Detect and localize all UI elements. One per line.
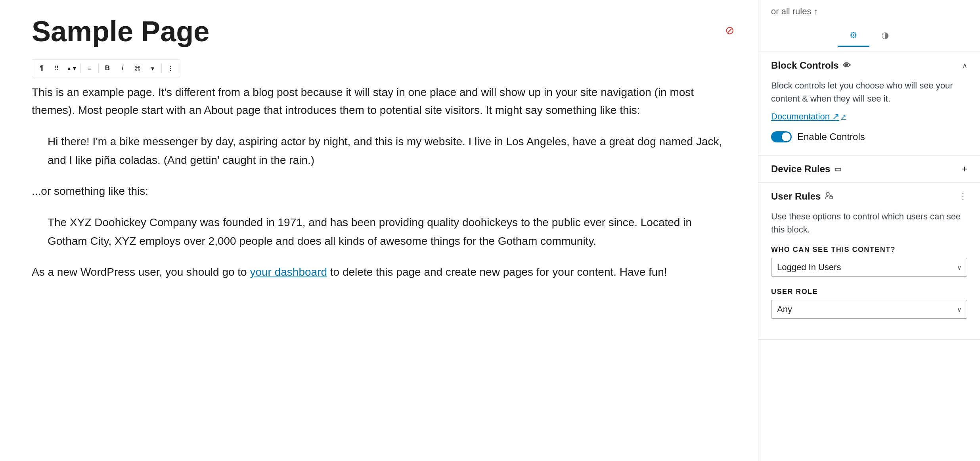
sidebar-tab-bar: ⚙ ◑ <box>758 20 980 52</box>
collapse-chevron-icon[interactable]: ∧ <box>962 61 967 70</box>
eye-slash-icon: 👁 <box>843 61 851 70</box>
user-rules-body: Use these options to control which users… <box>758 210 980 339</box>
gear-icon: ⚙ <box>850 30 858 40</box>
enable-controls-toggle[interactable] <box>771 131 792 142</box>
svg-rect-1 <box>830 196 833 199</box>
device-rules-header[interactable]: Device Rules ▭ + <box>758 156 980 182</box>
align-icon: ≡ <box>88 65 91 72</box>
user-role-select[interactable]: Any Administrator Editor Author Subscrib… <box>771 300 967 319</box>
user-rules-header: User Rules ⋮ <box>758 183 980 210</box>
block-controls-title-row: Block Controls 👁 <box>771 60 851 71</box>
align-button[interactable]: ≡ <box>82 61 97 75</box>
tab-styles[interactable]: ◑ <box>869 25 901 47</box>
block-controls-header[interactable]: Block Controls 👁 ∧ <box>758 52 980 79</box>
link-button[interactable]: ⌘ <box>130 61 145 75</box>
dots-icon: ⋮ <box>167 65 174 72</box>
paragraph-1[interactable]: This is an example page. It's different … <box>32 84 726 119</box>
user-rules-label: User Rules <box>771 191 821 202</box>
block-toolbar: ¶ ⠿ ▲▼ ≡ B I ⌘ ▾ ⋮ <box>32 59 180 77</box>
italic-button[interactable]: I <box>115 61 130 75</box>
enable-controls-toggle-row: Enable Controls <box>771 131 967 142</box>
bold-button[interactable]: B <box>100 61 115 75</box>
who-can-see-label: WHO CAN SEE THIS CONTENT? <box>771 246 967 254</box>
user-rules-menu-icon[interactable]: ⋮ <box>959 191 967 202</box>
paragraph-icon: ¶ <box>40 65 44 72</box>
block-controls-body: Block controls let you choose who will s… <box>758 79 980 155</box>
sidebar-top-partial-text: or all rules ↑ <box>758 0 980 20</box>
drag-handle-button[interactable]: ⠿ <box>50 61 64 75</box>
tab-settings[interactable]: ⚙ <box>838 25 869 47</box>
more-options-button[interactable]: ▾ <box>145 61 160 75</box>
add-device-rule-icon[interactable]: + <box>962 163 967 175</box>
editor-area: Sample Page ¶ ⠿ ▲▼ ≡ B I ⌘ ▾ ⋮ <box>0 0 758 461</box>
documentation-link[interactable]: Documentation ↗ ↗ <box>771 111 846 122</box>
visibility-icon: ⊘ <box>725 24 734 37</box>
who-can-see-select[interactable]: Logged In Users Everyone Logged Out User… <box>771 258 967 277</box>
external-link-icon: ↗ <box>841 113 846 121</box>
italic-icon: I <box>122 64 124 72</box>
toggle-thumb <box>782 133 791 141</box>
blockquote-2[interactable]: The XYZ Doohickey Company was founded in… <box>48 213 726 251</box>
user-role-select-wrapper: Any Administrator Editor Author Subscrib… <box>771 300 967 319</box>
user-rules-panel: User Rules ⋮ Use these options to contro… <box>758 183 980 340</box>
toolbar-divider-1 <box>80 63 81 73</box>
tablet-icon: ▭ <box>834 164 842 174</box>
paragraph-3[interactable]: As a new WordPress user, you should go t… <box>32 263 726 281</box>
page-title: Sample Page <box>32 16 726 47</box>
user-role-label: USER ROLE <box>771 288 967 296</box>
svg-point-0 <box>826 192 829 196</box>
paragraph-2[interactable]: ...or something like this: <box>32 182 726 200</box>
enable-controls-label: Enable Controls <box>797 131 865 142</box>
bold-icon: B <box>105 64 110 72</box>
drag-icon: ⠿ <box>54 65 59 72</box>
device-rules-title-row: Device Rules ▭ <box>771 163 842 175</box>
block-controls-panel: Block Controls 👁 ∧ Block controls let yo… <box>758 52 980 156</box>
toolbar-divider-2 <box>98 63 99 73</box>
block-controls-label: Block Controls <box>771 60 839 71</box>
dashboard-link[interactable]: your dashboard <box>250 266 327 278</box>
link-icon: ⌘ <box>134 65 141 72</box>
blockquote-1[interactable]: Hi there! I'm a bike messenger by day, a… <box>48 132 726 170</box>
move-updown-button[interactable]: ▲▼ <box>65 61 79 75</box>
device-rules-panel: Device Rules ▭ + <box>758 156 980 183</box>
user-lock-icon <box>825 191 833 202</box>
sidebar: or all rules ↑ ⚙ ◑ Block Controls 👁 ∧ Bl… <box>758 0 980 461</box>
contrast-icon: ◑ <box>881 30 889 40</box>
chevron-down-icon: ▾ <box>151 65 154 72</box>
device-rules-label: Device Rules <box>771 163 830 175</box>
who-can-see-select-wrapper: Logged In Users Everyone Logged Out User… <box>771 258 967 277</box>
paragraph-type-button[interactable]: ¶ <box>34 61 49 75</box>
dots-menu-button[interactable]: ⋮ <box>163 61 178 75</box>
updown-icon: ▲▼ <box>66 65 77 71</box>
user-rules-description: Use these options to control which users… <box>771 210 967 236</box>
user-rules-title-row: User Rules <box>771 191 833 202</box>
toolbar-divider-3 <box>161 63 162 73</box>
block-controls-description: Block controls let you choose who will s… <box>771 79 967 105</box>
